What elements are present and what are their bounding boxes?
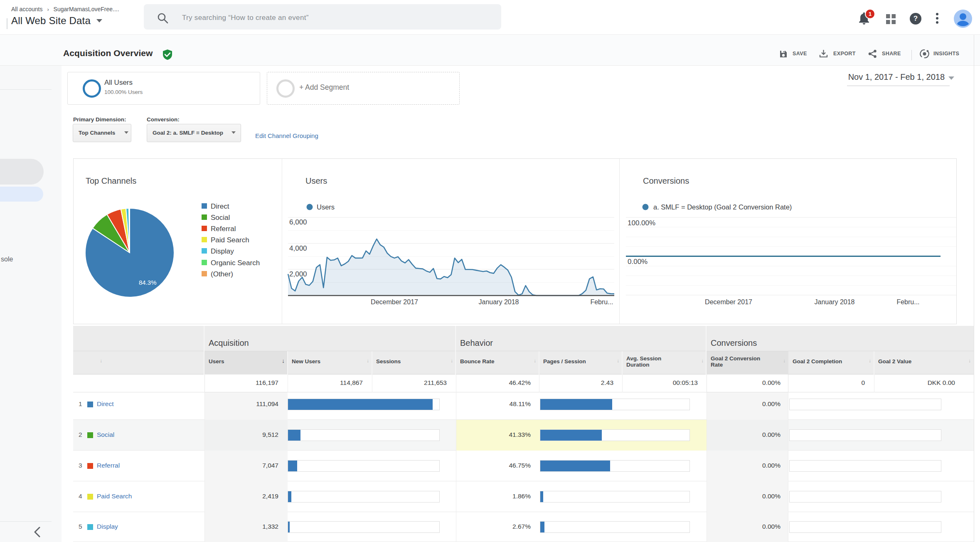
svg-text:Febru...: Febru...: [590, 298, 613, 305]
svg-text:Conversions: Conversions: [643, 176, 689, 185]
svg-text:84.3%: 84.3%: [139, 279, 157, 286]
svg-text:4,000: 4,000: [289, 244, 307, 252]
svg-text:Paid Search: Paid Search: [211, 236, 249, 244]
svg-text:January 2018: January 2018: [815, 298, 855, 305]
svg-text:Users: Users: [305, 176, 327, 185]
svg-text:January 2018: January 2018: [479, 298, 519, 305]
svg-text:6,000: 6,000: [289, 218, 307, 226]
svg-text:a. SMLF = Desktop (Goal 2 Conv: a. SMLF = Desktop (Goal 2 Conversion Rat…: [653, 203, 792, 211]
svg-text:Organic Search: Organic Search: [211, 259, 260, 267]
svg-text:December 2017: December 2017: [371, 298, 418, 305]
svg-text:Direct: Direct: [211, 202, 229, 210]
svg-text:100.00%: 100.00%: [628, 219, 655, 227]
svg-text:Referral: Referral: [211, 225, 236, 233]
svg-text:December 2017: December 2017: [705, 298, 752, 305]
svg-text:Top Channels: Top Channels: [86, 176, 136, 185]
svg-text:0.00%: 0.00%: [628, 258, 648, 266]
svg-text:(Other): (Other): [211, 270, 233, 278]
svg-text:Users: Users: [317, 203, 335, 211]
svg-text:Febru...: Febru...: [896, 298, 919, 305]
svg-text:Social: Social: [211, 214, 230, 222]
svg-text:2,000: 2,000: [289, 270, 307, 278]
svg-text:Display: Display: [211, 247, 234, 255]
